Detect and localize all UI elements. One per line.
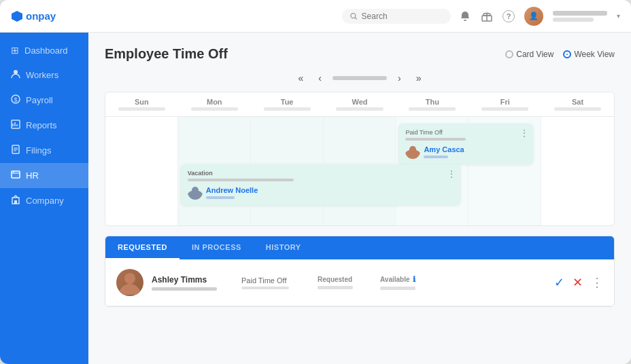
svg-point-6: [14, 70, 18, 74]
svg-point-1: [351, 13, 356, 18]
topbar-icons: ? 👤 ▾: [459, 7, 620, 26]
page-header: Employee Time Off Card View Week View: [105, 46, 615, 62]
user-avatar[interactable]: 👤: [524, 7, 543, 26]
ashley-type: Paid Time Off: [241, 276, 309, 289]
user-sub-bar: [553, 18, 594, 22]
card-view-option[interactable]: Card View: [505, 50, 553, 59]
nav-prev-button[interactable]: ‹: [314, 71, 326, 85]
andrew-name: Andrew Noelle: [206, 186, 258, 194]
card-view-label: Card View: [516, 50, 553, 59]
andrew-event-person: Andrew Noelle: [188, 185, 454, 200]
sidebar-item-payroll[interactable]: $ Payroll: [0, 88, 88, 113]
view-toggle: Card View Week View: [505, 50, 615, 59]
nav-first-button[interactable]: «: [294, 71, 308, 85]
logo-icon: [11, 10, 23, 22]
nav-next-button[interactable]: ›: [394, 71, 405, 85]
requests-section: Requested In Process History Ashley Timm…: [105, 236, 615, 307]
calendar-nav: « ‹ › »: [105, 71, 615, 85]
ashley-info: Ashley Timms: [152, 275, 233, 291]
help-icon[interactable]: ?: [502, 10, 515, 22]
approve-button[interactable]: ✓: [554, 275, 564, 290]
amy-event-more[interactable]: ⋮: [519, 128, 529, 139]
requested-label: Requested: [318, 276, 372, 283]
ashley-type-bar: [241, 287, 289, 289]
amy-event-person: Amy Casca: [405, 144, 526, 159]
amy-event: Paid Time Off Amy Casca ⋮: [398, 124, 533, 164]
sidebar-label-reports: Reports: [26, 120, 57, 130]
search-bar[interactable]: [342, 9, 451, 24]
svg-point-23: [409, 146, 416, 153]
amy-avatar: [405, 144, 420, 159]
tab-history[interactable]: History: [254, 236, 313, 259]
gift-icon[interactable]: [481, 10, 493, 22]
cal-header-fri: Fri: [468, 92, 541, 117]
request-actions: ✓ ✕ ⋮: [554, 275, 603, 290]
requests-tabs: Requested In Process History: [105, 236, 614, 259]
sidebar-item-company[interactable]: Company: [0, 188, 88, 213]
sidebar: ⊞ Dashboard Workers $ Payroll Reports: [0, 33, 88, 364]
app-window: onpay ? 👤 ▾ ⊞ Dashboa: [0, 0, 631, 364]
user-name-bar: [553, 11, 607, 16]
card-view-radio[interactable]: [505, 50, 513, 58]
cal-header-wed: Wed: [324, 92, 396, 117]
logo-text: onpay: [26, 10, 56, 22]
available-col: Available ℹ: [380, 275, 434, 290]
user-menu-chevron[interactable]: ▾: [617, 12, 620, 20]
andrew-event-type: Vacation: [188, 170, 454, 177]
andrew-event-more[interactable]: ⋮: [447, 168, 456, 179]
svg-rect-21: [14, 200, 17, 204]
week-view-radio[interactable]: [563, 50, 571, 58]
sidebar-label-workers: Workers: [26, 70, 58, 80]
svg-point-26: [124, 273, 135, 284]
nav-last-button[interactable]: »: [412, 71, 426, 85]
amy-event-type: Paid Time Off: [405, 129, 526, 136]
topbar: onpay ? 👤 ▾: [0, 0, 631, 33]
calendar-body: Paid Time Off Amy Casca ⋮ Vacation Andre…: [105, 117, 614, 225]
dashboard-icon: ⊞: [11, 45, 19, 56]
week-view-option[interactable]: Week View: [563, 50, 615, 59]
more-options-button[interactable]: ⋮: [591, 275, 603, 290]
ashley-name-bar: [152, 287, 217, 291]
available-bar: [380, 287, 415, 290]
logo: onpay: [11, 10, 56, 22]
svg-marker-0: [12, 11, 22, 22]
workers-icon: [11, 69, 20, 81]
page-title: Employee Time Off: [105, 46, 228, 62]
available-info-icon[interactable]: ℹ: [413, 275, 415, 283]
content-area: Employee Time Off Card View Week View « …: [88, 33, 631, 364]
svg-rect-17: [12, 171, 20, 178]
company-icon: [11, 195, 20, 206]
sidebar-label-dashboard: Dashboard: [24, 46, 68, 56]
bell-icon[interactable]: [459, 10, 471, 22]
andrew-avatar: [188, 185, 203, 200]
sidebar-item-filings[interactable]: Filings: [0, 138, 88, 163]
payroll-icon: $: [11, 94, 20, 106]
calendar: Sun Mon Tue Wed: [105, 92, 615, 226]
cal-header-mon: Mon: [178, 92, 251, 117]
sidebar-item-reports[interactable]: Reports: [0, 113, 88, 138]
cal-header-sat: Sat: [541, 92, 614, 117]
svg-point-25: [192, 187, 199, 194]
sidebar-item-workers[interactable]: Workers: [0, 62, 88, 88]
ashley-name: Ashley Timms: [152, 275, 233, 285]
sidebar-label-filings: Filings: [26, 145, 52, 156]
tab-requested[interactable]: Requested: [105, 236, 180, 259]
nav-date-bar: [332, 76, 387, 80]
sidebar-label-payroll: Payroll: [26, 95, 53, 105]
hr-icon: [11, 170, 20, 181]
andrew-event: Vacation Andrew Noelle ⋮: [181, 164, 460, 205]
cal-header-thu: Thu: [396, 92, 468, 117]
sidebar-label-company: Company: [26, 196, 64, 206]
sidebar-item-dashboard[interactable]: ⊞ Dashboard: [0, 38, 88, 62]
search-input[interactable]: [362, 12, 443, 21]
deny-button[interactable]: ✕: [573, 275, 583, 290]
ashley-avatar: [116, 269, 143, 296]
calendar-header: Sun Mon Tue Wed: [105, 92, 614, 117]
user-info: [553, 11, 607, 22]
week-view-label: Week View: [574, 50, 615, 59]
cal-header-sun: Sun: [105, 92, 178, 117]
svg-line-2: [355, 17, 357, 19]
requested-col: Requested: [318, 276, 372, 289]
sidebar-item-hr[interactable]: HR: [0, 163, 88, 188]
tab-in-process[interactable]: In Process: [180, 236, 254, 259]
